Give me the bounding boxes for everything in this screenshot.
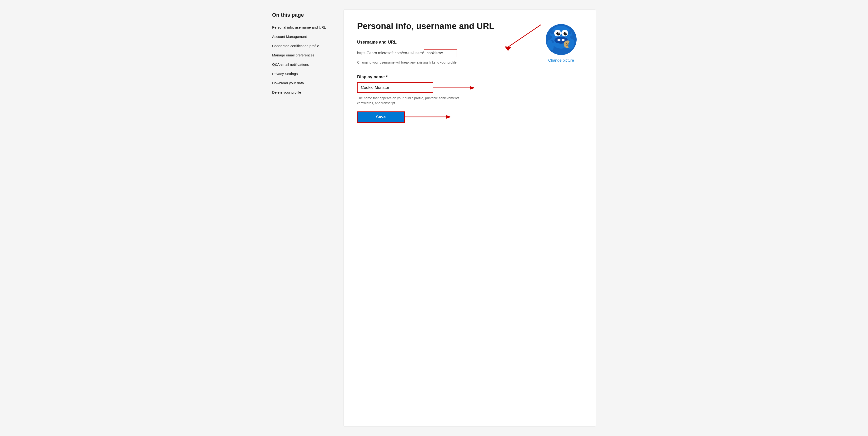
username-section-title: Username and URL: [357, 40, 519, 45]
sidebar-item-delete-profile[interactable]: Delete your profile: [272, 90, 334, 95]
svg-point-19: [568, 43, 569, 43]
display-name-hint: The name that appears on your public pro…: [357, 96, 471, 106]
svg-point-3: [549, 35, 552, 39]
svg-rect-16: [562, 39, 564, 41]
display-name-section: Display name * The name that appears on …: [357, 74, 519, 123]
arrow-display-name: [433, 84, 476, 91]
sidebar-nav: Personal info, username and URL Account …: [272, 25, 334, 95]
sidebar-item-download-data[interactable]: Download your data: [272, 81, 334, 86]
username-input-wrapper: [424, 49, 457, 57]
display-name-label: Display name *: [357, 74, 519, 80]
sidebar-item-personal-info[interactable]: Personal info, username and URL: [272, 25, 334, 30]
sidebar-item-privacy-settings[interactable]: Privacy Settings: [272, 71, 334, 76]
sidebar-item-email-prefs[interactable]: Manage email preferences: [272, 53, 334, 58]
svg-point-18: [566, 43, 567, 44]
required-star: *: [386, 74, 388, 79]
svg-point-2: [551, 30, 555, 34]
svg-point-5: [567, 30, 571, 34]
save-button-wrapper: Save: [357, 112, 405, 123]
sidebar-item-qa-notifications[interactable]: Q&A email notifications: [272, 62, 334, 67]
change-picture-link[interactable]: Change picture: [548, 58, 574, 63]
main-content: Change picture Personal info, username a…: [344, 9, 596, 427]
display-name-input[interactable]: [357, 83, 433, 93]
svg-marker-25: [470, 86, 475, 90]
svg-point-13: [565, 32, 567, 34]
arrow-save: [405, 113, 452, 121]
svg-point-11: [563, 32, 567, 35]
svg-rect-15: [558, 39, 560, 41]
avatar-image: [546, 24, 577, 55]
sidebar-item-connected-cert[interactable]: Connected certification profile: [272, 43, 334, 48]
avatar: [546, 24, 577, 55]
url-row: https://learn.microsoft.com/en-us/users/: [357, 49, 519, 57]
url-prefix: https://learn.microsoft.com/en-us/users/: [357, 51, 424, 55]
svg-marker-27: [446, 115, 451, 119]
sidebar-item-account-management[interactable]: Account Management: [272, 34, 334, 39]
url-warning: Changing your username will break any ex…: [357, 60, 471, 65]
profile-picture-area: Change picture: [546, 24, 577, 63]
sidebar: On this page Personal info, username and…: [272, 9, 334, 427]
save-button[interactable]: Save: [357, 112, 405, 123]
svg-point-12: [558, 32, 560, 34]
svg-point-6: [570, 35, 574, 39]
content-area: Username and URL https://learn.microsoft…: [357, 40, 519, 123]
sidebar-title: On this page: [272, 12, 334, 18]
svg-point-21: [566, 45, 567, 46]
username-section: Username and URL https://learn.microsoft…: [357, 40, 519, 65]
svg-point-20: [567, 44, 568, 46]
svg-point-10: [556, 32, 560, 35]
username-input[interactable]: [424, 49, 457, 57]
display-name-input-wrapper: [357, 83, 433, 93]
